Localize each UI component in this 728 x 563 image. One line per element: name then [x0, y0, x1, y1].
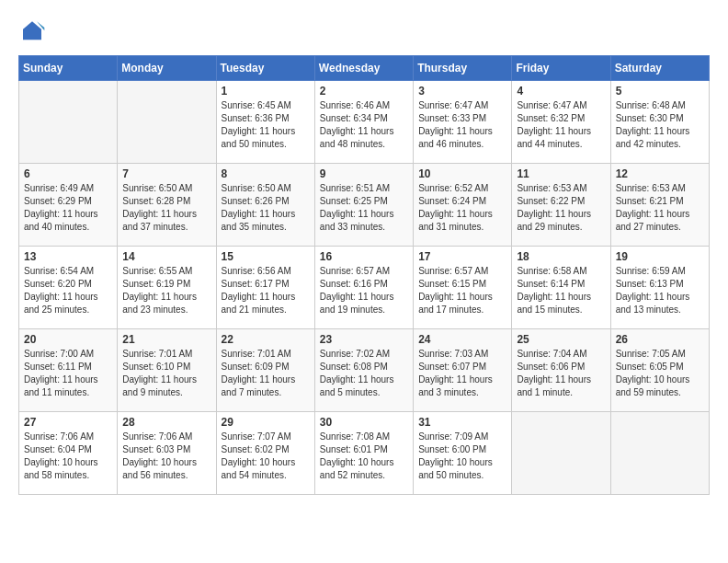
day-number: 21 [122, 333, 210, 346]
sunset-text: Sunset: 6:09 PM [222, 362, 290, 372]
sunrise-text: Sunrise: 6:47 AM [517, 100, 586, 110]
day-number: 1 [222, 85, 310, 98]
day-info: Sunrise: 6:55 AMSunset: 6:19 PMDaylight:… [122, 265, 210, 316]
calendar-cell: 11Sunrise: 6:53 AMSunset: 6:22 PMDayligh… [512, 164, 610, 247]
day-info: Sunrise: 7:06 AMSunset: 6:04 PMDaylight:… [24, 431, 112, 482]
sunset-text: Sunset: 6:05 PM [616, 362, 684, 372]
day-number: 18 [517, 250, 605, 263]
day-info: Sunrise: 7:07 AMSunset: 6:02 PMDaylight:… [222, 431, 310, 482]
calendar-cell: 14Sunrise: 6:55 AMSunset: 6:19 PMDayligh… [118, 247, 216, 329]
daylight-text: Daylight: 11 hours and 25 minutes. [24, 292, 98, 315]
day-info: Sunrise: 6:50 AMSunset: 6:28 PMDaylight:… [122, 182, 210, 234]
day-info: Sunrise: 6:56 AMSunset: 6:17 PMDaylight:… [222, 265, 310, 316]
day-info: Sunrise: 7:05 AMSunset: 6:05 PMDaylight:… [616, 348, 704, 399]
page-header [18, 18, 710, 46]
day-number: 5 [616, 85, 704, 98]
day-info: Sunrise: 7:09 AMSunset: 6:00 PMDaylight:… [418, 431, 506, 482]
sunrise-text: Sunrise: 7:00 AM [24, 349, 94, 359]
calendar-cell: 18Sunrise: 6:58 AMSunset: 6:14 PMDayligh… [512, 247, 610, 329]
daylight-text: Daylight: 11 hours and 15 minutes. [517, 292, 591, 315]
daylight-text: Daylight: 11 hours and 42 minutes. [616, 126, 690, 149]
calendar-cell: 30Sunrise: 7:08 AMSunset: 6:01 PMDayligh… [314, 412, 413, 495]
calendar-cell: 25Sunrise: 7:04 AMSunset: 6:06 PMDayligh… [512, 329, 610, 412]
sunrise-text: Sunrise: 7:02 AM [320, 349, 390, 359]
day-info: Sunrise: 7:04 AMSunset: 6:06 PMDaylight:… [517, 348, 605, 399]
day-info: Sunrise: 6:57 AMSunset: 6:15 PMDaylight:… [418, 265, 506, 316]
sunrise-text: Sunrise: 6:52 AM [418, 183, 488, 193]
day-info: Sunrise: 6:51 AMSunset: 6:25 PMDaylight:… [320, 182, 408, 234]
day-number: 4 [517, 85, 605, 98]
calendar-cell: 21Sunrise: 7:01 AMSunset: 6:10 PMDayligh… [118, 329, 216, 412]
sunrise-text: Sunrise: 7:08 AM [320, 431, 390, 442]
calendar-cell: 6Sunrise: 6:49 AMSunset: 6:29 PMDaylight… [19, 164, 118, 247]
sunrise-text: Sunrise: 6:57 AM [418, 266, 488, 276]
calendar-week-row: 27Sunrise: 7:06 AMSunset: 6:04 PMDayligh… [19, 412, 710, 495]
calendar-cell [118, 81, 216, 164]
sunrise-text: Sunrise: 7:05 AM [616, 349, 686, 359]
calendar-cell: 26Sunrise: 7:05 AMSunset: 6:05 PMDayligh… [610, 329, 709, 412]
sunset-text: Sunset: 6:03 PM [122, 444, 190, 454]
daylight-text: Daylight: 11 hours and 1 minute. [517, 374, 591, 397]
daylight-text: Daylight: 11 hours and 17 minutes. [418, 292, 493, 315]
day-number: 20 [24, 333, 112, 346]
calendar-table: SundayMondayTuesdayWednesdayThursdayFrid… [18, 55, 710, 495]
calendar-cell: 19Sunrise: 6:59 AMSunset: 6:13 PMDayligh… [610, 247, 709, 329]
calendar-cell: 2Sunrise: 6:46 AMSunset: 6:34 PMDaylight… [314, 81, 413, 164]
sunset-text: Sunset: 6:07 PM [418, 362, 486, 372]
daylight-text: Daylight: 11 hours and 29 minutes. [517, 209, 591, 232]
daylight-text: Daylight: 11 hours and 11 minutes. [24, 374, 98, 397]
sunset-text: Sunset: 6:36 PM [222, 113, 290, 123]
calendar-cell: 24Sunrise: 7:03 AMSunset: 6:07 PMDayligh… [414, 329, 512, 412]
calendar-cell: 4Sunrise: 6:47 AMSunset: 6:32 PMDaylight… [512, 81, 610, 164]
sunset-text: Sunset: 6:32 PM [517, 113, 585, 123]
sunset-text: Sunset: 6:19 PM [122, 279, 190, 289]
daylight-text: Daylight: 11 hours and 35 minutes. [222, 209, 296, 232]
sunrise-text: Sunrise: 6:58 AM [517, 266, 586, 276]
sunset-text: Sunset: 6:04 PM [24, 444, 92, 454]
sunrise-text: Sunrise: 6:56 AM [222, 266, 291, 276]
daylight-text: Daylight: 11 hours and 23 minutes. [122, 292, 197, 315]
day-number: 22 [222, 333, 310, 346]
day-number: 8 [222, 167, 310, 180]
daylight-text: Daylight: 11 hours and 9 minutes. [122, 374, 197, 397]
calendar-cell: 29Sunrise: 7:07 AMSunset: 6:02 PMDayligh… [216, 412, 314, 495]
daylight-text: Daylight: 10 hours and 54 minutes. [222, 457, 296, 480]
sunset-text: Sunset: 6:06 PM [517, 362, 585, 372]
sunrise-text: Sunrise: 6:50 AM [222, 183, 291, 193]
daylight-text: Daylight: 11 hours and 7 minutes. [222, 374, 296, 397]
day-info: Sunrise: 6:47 AMSunset: 6:32 PMDaylight:… [517, 99, 605, 151]
day-number: 25 [517, 333, 605, 346]
col-header-friday: Friday [512, 56, 610, 81]
calendar-cell: 13Sunrise: 6:54 AMSunset: 6:20 PMDayligh… [19, 247, 118, 329]
daylight-text: Daylight: 11 hours and 33 minutes. [320, 209, 394, 232]
svg-marker-0 [23, 21, 41, 40]
col-header-tuesday: Tuesday [216, 56, 314, 81]
sunrise-text: Sunrise: 7:06 AM [122, 431, 192, 442]
calendar-cell: 1Sunrise: 6:45 AMSunset: 6:36 PMDaylight… [216, 81, 314, 164]
sunrise-text: Sunrise: 6:53 AM [616, 183, 686, 193]
day-number: 16 [320, 250, 408, 263]
day-number: 6 [24, 167, 112, 180]
day-number: 9 [320, 167, 408, 180]
day-number: 24 [418, 333, 506, 346]
day-info: Sunrise: 6:53 AMSunset: 6:22 PMDaylight:… [517, 182, 605, 234]
daylight-text: Daylight: 11 hours and 13 minutes. [616, 292, 690, 315]
daylight-text: Daylight: 11 hours and 44 minutes. [517, 126, 591, 149]
calendar-cell: 7Sunrise: 6:50 AMSunset: 6:28 PMDaylight… [118, 164, 216, 247]
calendar-cell: 9Sunrise: 6:51 AMSunset: 6:25 PMDaylight… [314, 164, 413, 247]
sunrise-text: Sunrise: 6:48 AM [616, 100, 686, 110]
day-number: 13 [24, 250, 112, 263]
sunrise-text: Sunrise: 7:01 AM [122, 349, 192, 359]
sunset-text: Sunset: 6:20 PM [24, 279, 92, 289]
sunset-text: Sunset: 6:08 PM [320, 362, 388, 372]
day-number: 12 [616, 167, 704, 180]
sunrise-text: Sunrise: 6:55 AM [122, 266, 192, 276]
calendar-cell: 23Sunrise: 7:02 AMSunset: 6:08 PMDayligh… [314, 329, 413, 412]
sunrise-text: Sunrise: 6:53 AM [517, 183, 586, 193]
sunrise-text: Sunrise: 7:06 AM [24, 431, 94, 442]
calendar-week-row: 13Sunrise: 6:54 AMSunset: 6:20 PMDayligh… [19, 247, 710, 329]
daylight-text: Daylight: 10 hours and 59 minutes. [616, 374, 690, 397]
sunset-text: Sunset: 6:34 PM [320, 113, 388, 123]
day-info: Sunrise: 6:45 AMSunset: 6:36 PMDaylight:… [222, 99, 310, 151]
day-info: Sunrise: 7:03 AMSunset: 6:07 PMDaylight:… [418, 348, 506, 399]
